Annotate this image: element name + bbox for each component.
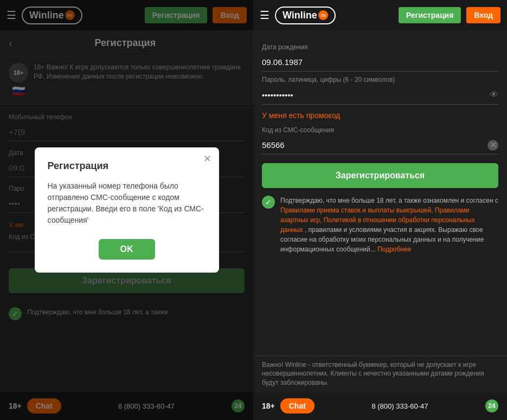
right-sms-field: 56566 ✕ [262, 136, 498, 154]
eye-icon[interactable]: 👁 [490, 90, 498, 100]
right-date-value[interactable]: 09.06.1987 [262, 53, 498, 72]
right-bottom-bar: 18+ Chat 8 (800) 333-60-47 24 [253, 392, 507, 420]
right-pass-label: Пароль, латиница, цифры (6 - 20 символов… [262, 76, 498, 83]
right-sms-clear-icon[interactable]: ✕ [487, 140, 498, 151]
right-register-submit-btn[interactable]: Зарегистрироваться [262, 163, 498, 188]
right-sms-label: Код из СМС-сообщения [262, 126, 498, 134]
right-bottom-age: 18+ [262, 402, 275, 410]
right-chat-button[interactable]: Chat [280, 398, 315, 413]
modal-close-button[interactable]: ✕ [203, 153, 211, 165]
right-agree-link1[interactable]: Правилами приема ставок и выплаты выигры… [280, 206, 433, 214]
right-check-icon: ✓ [262, 196, 275, 209]
right-pass-value[interactable]: ••••••••••• 👁 [262, 86, 498, 105]
modal-title: Регистрация [48, 160, 206, 172]
right-sms-value[interactable]: 56566 [262, 136, 498, 154]
right-agree-text: Подтверждаю, что мне больше 18 лет, а та… [280, 196, 498, 254]
right-form-area: Дата рождения 09.06.1987 Пароль, латиниц… [253, 30, 507, 356]
right-login-button[interactable]: Вход [466, 7, 500, 23]
right-logo-text: Winline [283, 10, 317, 21]
right-header: ☰ Winline ru Регистрация Вход [253, 0, 507, 30]
right-bottom-phone: 8 (800) 333-60-47 [320, 402, 480, 410]
registration-modal: ✕ Регистрация На указанный номер телефон… [35, 147, 219, 273]
right-register-button[interactable]: Регистрация [399, 7, 461, 23]
left-panel: ☰ Winline ru Регистрация Вход ‹ Регистра… [0, 0, 253, 420]
right-notif-badge: 24 [485, 399, 498, 412]
right-logo-dot: ru [318, 10, 328, 20]
modal-overlay: ✕ Регистрация На указанный номер телефон… [0, 0, 253, 420]
right-logo: Winline ru [275, 7, 336, 24]
modal-ok-button[interactable]: OK [99, 239, 155, 260]
right-promo-link[interactable]: У меня есть промокод [262, 111, 498, 120]
right-warning-text: Важно! Winline - ответственный букмекер,… [253, 356, 507, 392]
modal-text: На указанный номер телефона было отправл… [48, 180, 206, 226]
right-hamburger-icon[interactable]: ☰ [260, 9, 269, 22]
right-agreement-section: ✓ Подтверждаю, что мне больше 18 лет, а … [262, 196, 498, 254]
right-panel: ☰ Winline ru Регистрация Вход Дата рожде… [253, 0, 507, 420]
right-date-label: Дата рождения [262, 43, 498, 51]
right-agree-link-more[interactable]: Подробнее [377, 245, 411, 253]
